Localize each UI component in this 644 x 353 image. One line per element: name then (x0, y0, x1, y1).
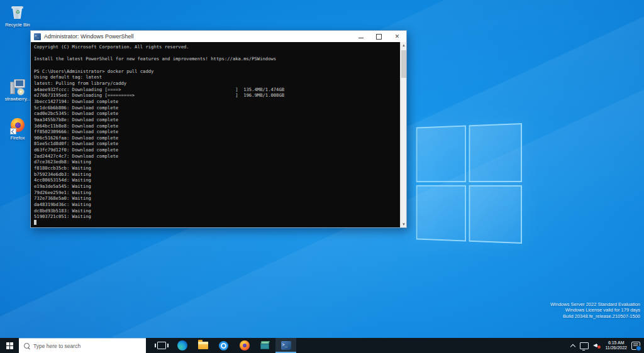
taskbar-powershell-button[interactable] (275, 338, 296, 353)
watermark-line: Windows License valid for 179 days (550, 307, 640, 313)
volume-muted-icon[interactable] (593, 342, 601, 349)
terminal-line: dc8bd93b5183: Waiting (34, 208, 400, 214)
terminal-cursor (34, 220, 36, 225)
terminal-line: PS C:\Users\Administrator> docker pull c… (34, 68, 400, 75)
windows-start-icon (6, 342, 13, 349)
scroll-up-arrow-icon[interactable]: ▲ (401, 42, 407, 48)
desktop-wallpaper: ♻ Recycle Bin strawberry... Firefox Wind… (0, 0, 644, 338)
terminal-line: 51903721c051: Waiting (34, 214, 400, 220)
firefox-icon (240, 340, 250, 350)
terminal-line: a4aee932fccc: Downloading [====> ] 135.4… (34, 87, 400, 93)
edge-icon (177, 340, 187, 350)
windows-logo-pane (416, 185, 466, 241)
terminal-line: f8180ccb35cb: Waiting (34, 165, 400, 171)
window-titlebar[interactable]: Administrator: Windows PowerShell ✕ (31, 31, 406, 42)
notification-badge (636, 345, 641, 351)
blue-ring-app-icon (219, 341, 228, 350)
windows-logo-wallpaper (416, 123, 522, 244)
close-button[interactable]: ✕ (388, 31, 406, 42)
terminal-line (34, 50, 400, 57)
tray-show-hidden-icons-chevron[interactable] (571, 344, 575, 349)
terminal-line: 732e7368e5a0: Waiting (34, 195, 400, 202)
terminal-line: cad0e2bc5345: Download complete (34, 111, 400, 117)
windows-logo-pane (469, 185, 522, 244)
terminal-line: Using default tag: latest (34, 74, 400, 80)
terminal-line: 4cc80653154d: Waiting (34, 177, 400, 183)
terminal-line: da48319bd36c: Waiting (34, 202, 400, 208)
watermark-line: Build 20348.fe_release.210507-1500 (550, 313, 640, 320)
firefox-icon (9, 117, 26, 134)
terminal-line: Install the latest PowerShell for new fe… (34, 56, 400, 62)
taskbar-task-view-button[interactable] (151, 338, 172, 353)
windows-logo-pane (469, 123, 522, 182)
mute-badge (597, 345, 601, 349)
terminal-line: b759234e6db3: Waiting (34, 171, 400, 178)
terminal-scrollbar[interactable]: ▲ ▼ (400, 42, 406, 227)
taskbar-firefox-button[interactable] (234, 338, 255, 353)
recycle-bin-icon: ♻ (9, 4, 26, 21)
terminal-line: e19a3de5a545: Waiting (34, 183, 400, 190)
powershell-window-icon (34, 33, 41, 40)
terminal-line: 81ee5c1d8d0f: Download complete (34, 141, 400, 147)
terminal-line: 906c51626faa: Download complete (34, 135, 400, 141)
terminal-line: 79d26ee259e1: Waiting (34, 190, 400, 196)
shortcut-arrow-icon (10, 128, 16, 134)
scroll-down-arrow-icon[interactable]: ▼ (401, 221, 407, 227)
tray-time: 6:15 AM (605, 340, 627, 346)
terminal-line: 3becc1427194: Download complete (34, 99, 400, 105)
search-placeholder: Type here to search (33, 343, 80, 349)
terminal-line: 9aa3455b7b8e: Download complete (34, 117, 400, 123)
desktop-icon-label: Recycle Bin (0, 23, 35, 28)
taskbar-app-button[interactable] (213, 338, 234, 353)
terminal-line: d63fc79d12f0: Download complete (34, 147, 400, 153)
license-watermark: Windows Server 2022 Standard Evaluation … (550, 301, 640, 320)
search-icon (24, 343, 30, 349)
server-manager-icon (260, 341, 270, 350)
terminal-line: 2ad24427c4c7: Download complete (34, 153, 400, 160)
powershell-window: Administrator: Windows PowerShell ✕ Copy… (30, 30, 407, 228)
terminal-line (34, 62, 400, 68)
maximize-button[interactable] (370, 31, 388, 42)
network-icon[interactable] (580, 342, 589, 349)
windows-logo-pane (416, 126, 466, 182)
terminal-line: latest: Pulling from library/caddy (34, 80, 400, 87)
desktop-icon-recycle-bin[interactable]: ♻ Recycle Bin (0, 4, 35, 28)
start-button[interactable] (0, 338, 19, 353)
minimize-button[interactable] (352, 31, 370, 42)
taskbar: Type here to search 6:15 AM 11/26/2022 (0, 338, 644, 353)
terminal-output[interactable]: Copyright (C) Microsoft Corporation. All… (31, 42, 400, 227)
tray-clock[interactable]: 6:15 AM 11/26/2022 (605, 340, 627, 351)
terminal-line: e276673195ed: Downloading [=========> ] … (34, 92, 400, 99)
window-title: Administrator: Windows PowerShell (44, 33, 134, 40)
task-view-icon (157, 342, 166, 349)
file-explorer-icon (198, 342, 208, 349)
taskbar-edge-button[interactable] (172, 338, 192, 353)
scrollbar-thumb[interactable] (401, 50, 406, 78)
powershell-icon (281, 341, 291, 350)
watermark-line: Windows Server 2022 Standard Evaluation (550, 301, 640, 308)
taskbar-file-explorer-button[interactable] (192, 338, 213, 353)
terminal-line: d7ce3623edb8: Waiting (34, 159, 400, 165)
installer-icon (9, 78, 26, 95)
terminal-line: 3d64bc11b8e8: Download complete (34, 123, 400, 129)
terminal-line: Copyright (C) Microsoft Corporation. All… (34, 44, 400, 50)
action-center-icon[interactable] (631, 342, 640, 350)
terminal-cursor-line (34, 220, 400, 226)
taskbar-server-manager-button[interactable] (255, 338, 275, 353)
terminal-line: ff8502309666: Download complete (34, 129, 400, 135)
terminal-line: 5c1dc6b6b806: Download complete (34, 105, 400, 111)
tray-date: 11/26/2022 (605, 345, 627, 351)
taskbar-search[interactable]: Type here to search (19, 338, 146, 353)
